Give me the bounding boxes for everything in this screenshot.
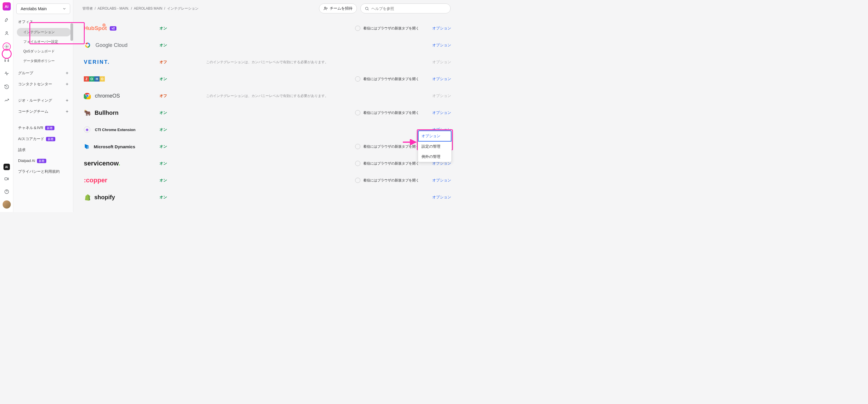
integration-logo: shopify: [84, 194, 159, 201]
sidebar-item[interactable]: Dialpad Ai新着: [13, 155, 73, 166]
toggle-cell: 着信にはブラウザの新規タブを開く: [355, 178, 425, 183]
integration-row: 🐂Bullhornオン着信にはブラウザの新規タブを開くオプション: [84, 104, 451, 121]
status-label: オン: [159, 127, 206, 132]
toggle-cell: 着信にはブラウザの新規タブを開く: [355, 26, 425, 31]
chevron-down-icon: [62, 7, 66, 11]
toggle-radio[interactable]: [355, 161, 360, 166]
sidebar-item[interactable]: コンタクトセンター+: [13, 79, 73, 90]
sidebar-item-qos[interactable]: QoSダッシュボード: [17, 47, 71, 56]
options-link[interactable]: オプション: [425, 195, 451, 200]
integration-logo: 🐂Bullhorn: [84, 109, 159, 116]
integration-row: chromeOSオフこのインテグレーションは、カンパニーレベルで有効にする必要が…: [84, 87, 451, 104]
help-search[interactable]: [360, 3, 451, 13]
dropdown-item-manage-exceptions[interactable]: 例外の管理: [418, 152, 452, 162]
toggle-radio[interactable]: [355, 144, 360, 149]
integration-note: このインテグレーションは、カンパニーレベルで有効にする必要があります。: [206, 60, 355, 65]
v2-badge: v2: [110, 26, 117, 31]
integration-row: servicenow.オン着信にはブラウザの新規タブを開くオプション: [84, 155, 451, 172]
integration-logo: :copper: [84, 176, 159, 184]
status-label: オン: [159, 26, 206, 31]
integration-row: HubSpo⚙tv2オン着信にはブラウザの新規タブを開くオプション: [84, 20, 451, 37]
integration-logo: chromeOS: [84, 92, 159, 99]
sidebar-item[interactable]: コーチングチーム+: [13, 106, 73, 117]
plus-icon[interactable]: +: [66, 70, 68, 76]
breadcrumb: 管理者 / AEROLABS - MAIN. / AEROLABS MAIN /…: [82, 6, 315, 11]
svg-point-9: [86, 95, 89, 97]
integration-row: ◉CTI Chrome Extensionオンオプション: [84, 121, 451, 138]
new-badge: 新着: [37, 159, 46, 163]
options-link: オプション: [425, 93, 451, 98]
sidebar: Aerolabs Main オフィス インテグレーション フェイルオーバー設定 …: [13, 0, 73, 212]
ai-badge-icon[interactable]: Ai: [3, 164, 10, 170]
scrollbar[interactable]: [70, 23, 73, 41]
sidebar-item[interactable]: プライバシーと利用規約: [13, 166, 73, 177]
options-link[interactable]: オプション: [425, 110, 451, 115]
toggle-radio[interactable]: [355, 76, 360, 82]
headset-icon[interactable]: [3, 56, 11, 64]
dropdown-item-manage-settings[interactable]: 設定の管理: [418, 142, 452, 152]
status-label: オフ: [159, 93, 206, 98]
status-label: オン: [159, 161, 206, 166]
sidebar-item-integration[interactable]: インテグレーション: [17, 28, 71, 36]
trend-icon[interactable]: [3, 96, 11, 104]
status-label: オン: [159, 110, 206, 115]
gear-icon[interactable]: [3, 42, 11, 51]
toggle-radio[interactable]: [355, 110, 360, 115]
main-area: 管理者 / AEROLABS - MAIN. / AEROLABS MAIN /…: [73, 0, 455, 212]
options-link[interactable]: オプション: [425, 26, 451, 31]
svg-point-6: [324, 7, 326, 8]
integration-logo: Google Cloud: [84, 41, 159, 49]
history-icon[interactable]: [3, 83, 11, 91]
status-label: オン: [159, 195, 206, 200]
integration-row: Microsoft Dynamicsオン着信にはブラウザの新規タブを開くオプショ…: [84, 138, 451, 155]
plus-icon[interactable]: +: [66, 109, 68, 114]
integration-list: HubSpo⚙tv2オン着信にはブラウザの新規タブを開くオプションGoogle …: [73, 17, 455, 212]
integration-note: このインテグレーションは、カンパニーレベルで有効にする必要があります。: [206, 93, 355, 98]
help-icon[interactable]: [3, 187, 11, 196]
sidebar-item-retention[interactable]: データ保持ポリシー: [17, 57, 71, 65]
new-badge: 新着: [45, 126, 55, 130]
workspace-selector[interactable]: Aerolabs Main: [16, 3, 70, 14]
plus-icon[interactable]: +: [66, 82, 68, 87]
svg-rect-2: [5, 60, 5, 62]
search-icon: [365, 6, 369, 11]
toggle-radio[interactable]: [355, 26, 360, 31]
options-link[interactable]: オプション: [425, 42, 451, 48]
sidebar-section-office[interactable]: オフィス: [13, 16, 73, 27]
invite-team-button[interactable]: チームを招待: [319, 3, 357, 13]
user-icon[interactable]: [3, 29, 11, 37]
svg-point-7: [366, 7, 368, 10]
avatar[interactable]: [3, 200, 11, 208]
svg-rect-4: [5, 178, 7, 180]
status-label: オン: [159, 178, 206, 183]
toggle-cell: 着信にはブラウザの新規タブを開く: [355, 161, 425, 166]
options-link[interactable]: オプション: [425, 76, 451, 82]
rocket-icon[interactable]: [3, 16, 11, 24]
status-label: オン: [159, 76, 206, 82]
sidebar-item-failover[interactable]: フェイルオーバー設定: [17, 37, 71, 46]
integration-logo: HubSpo⚙tv2: [84, 25, 159, 31]
sidebar-item[interactable]: グループ+: [13, 67, 73, 79]
toggle-cell: 着信にはブラウザの新規タブを開く: [355, 76, 425, 82]
sidebar-item[interactable]: 請求: [13, 144, 73, 155]
topbar: 管理者 / AEROLABS - MAIN. / AEROLABS MAIN /…: [73, 0, 455, 17]
integration-logo: VERINT.: [84, 59, 159, 65]
integration-row: Google Cloudオンオプション: [84, 37, 451, 54]
options-link[interactable]: オプション: [425, 178, 451, 183]
annotation-arrow-icon: [402, 139, 417, 145]
new-badge: 新着: [46, 137, 55, 141]
integration-row: :copperオン着信にはブラウザの新規タブを開くオプション: [84, 172, 451, 189]
toggle-radio[interactable]: [355, 178, 360, 183]
sidebar-item[interactable]: Aiスコアカード新着: [13, 134, 73, 144]
activity-icon[interactable]: [3, 69, 11, 78]
help-search-input[interactable]: [371, 6, 446, 11]
options-dropdown: オプション 設定の管理 例外の管理: [418, 130, 452, 162]
dropdown-options-header[interactable]: オプション: [418, 131, 452, 142]
plus-icon[interactable]: +: [66, 98, 68, 103]
video-icon[interactable]: [3, 175, 11, 183]
left-rail: Ai Ai: [0, 0, 13, 212]
sidebar-item[interactable]: チャネル＆IVR新着: [13, 122, 73, 134]
status-label: オン: [159, 42, 206, 48]
app-logo-icon[interactable]: Ai: [3, 2, 11, 10]
sidebar-item[interactable]: ジオ・ルーティング+: [13, 95, 73, 106]
